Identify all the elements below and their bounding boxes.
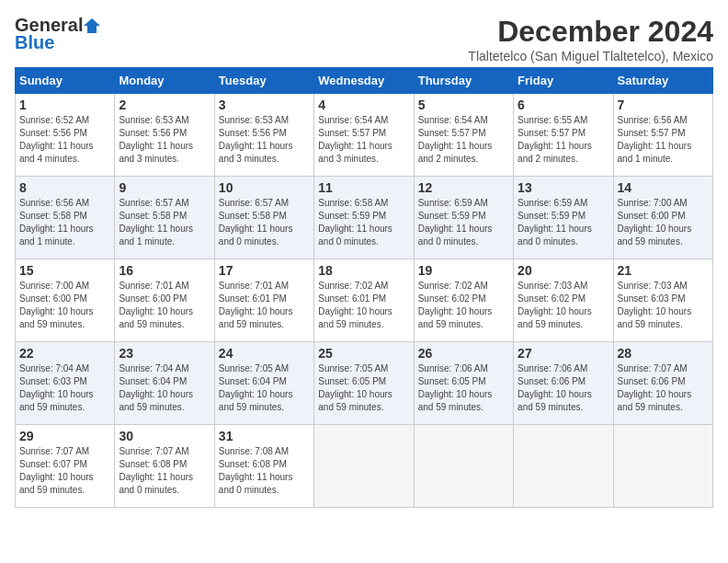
day-info: Sunrise: 7:02 AMSunset: 6:02 PMDaylight:… [418,280,509,331]
day-cell: 17Sunrise: 7:01 AMSunset: 6:01 PMDayligh… [214,259,313,342]
logo-bird-icon [84,17,100,33]
month-title: December 2024 [468,15,713,49]
calendar: Sunday Monday Tuesday Wednesday Thursday… [15,67,713,508]
day-number: 15 [19,263,110,278]
day-number: 7 [618,98,709,112]
day-cell [613,425,712,508]
day-cell [314,425,414,508]
day-number: 28 [618,346,709,361]
day-number: 6 [518,98,609,112]
day-number: 20 [518,263,609,278]
day-info: Sunrise: 7:05 AMSunset: 6:04 PMDaylight:… [219,362,310,414]
day-number: 1 [19,98,110,112]
day-info: Sunrise: 6:57 AMSunset: 5:58 PMDaylight:… [219,197,310,248]
day-cell: 23Sunrise: 7:04 AMSunset: 6:04 PMDayligh… [115,342,214,425]
day-cell: 3Sunrise: 6:53 AMSunset: 5:56 PMDaylight… [214,94,313,177]
day-cell: 4Sunrise: 6:54 AMSunset: 5:57 PMDaylight… [314,94,414,177]
day-number: 8 [19,180,110,195]
day-info: Sunrise: 7:00 AMSunset: 6:00 PMDaylight:… [618,197,709,248]
day-number: 14 [618,180,709,195]
day-number: 25 [318,346,409,361]
header-tuesday: Tuesday [214,68,313,94]
day-number: 31 [219,429,310,443]
day-info: Sunrise: 7:05 AMSunset: 6:05 PMDaylight:… [318,362,409,414]
day-cell: 11Sunrise: 6:58 AMSunset: 5:59 PMDayligh… [314,177,414,259]
day-number: 9 [119,180,210,195]
day-cell: 9Sunrise: 6:57 AMSunset: 5:58 PMDaylight… [115,177,214,259]
week-row-1: 1Sunrise: 6:52 AMSunset: 5:56 PMDaylight… [16,94,713,177]
day-cell: 31Sunrise: 7:08 AMSunset: 6:08 PMDayligh… [214,425,313,508]
day-cell: 18Sunrise: 7:02 AMSunset: 6:01 PMDayligh… [314,259,414,342]
day-cell: 7Sunrise: 6:56 AMSunset: 5:57 PMDaylight… [613,94,712,177]
day-number: 13 [518,180,609,195]
day-number: 12 [418,180,509,195]
day-number: 5 [418,98,509,112]
day-info: Sunrise: 6:59 AMSunset: 5:59 PMDaylight:… [418,197,509,248]
day-number: 17 [219,263,310,278]
day-cell: 14Sunrise: 7:00 AMSunset: 6:00 PMDayligh… [613,177,712,259]
day-cell: 1Sunrise: 6:52 AMSunset: 5:56 PMDaylight… [16,94,115,177]
day-cell [414,425,513,508]
day-number: 2 [119,98,210,112]
day-cell: 22Sunrise: 7:04 AMSunset: 6:03 PMDayligh… [16,342,115,425]
header-monday: Monday [115,68,214,94]
calendar-header-row: Sunday Monday Tuesday Wednesday Thursday… [16,68,713,94]
day-cell: 20Sunrise: 7:03 AMSunset: 6:02 PMDayligh… [514,259,613,342]
day-cell: 10Sunrise: 6:57 AMSunset: 5:58 PMDayligh… [214,177,313,259]
day-info: Sunrise: 6:53 AMSunset: 5:56 PMDaylight:… [219,114,310,166]
week-row-5: 29Sunrise: 7:07 AMSunset: 6:07 PMDayligh… [16,425,713,508]
day-info: Sunrise: 6:55 AMSunset: 5:57 PMDaylight:… [518,114,609,166]
header-sunday: Sunday [16,68,115,94]
day-cell: 30Sunrise: 7:07 AMSunset: 6:08 PMDayligh… [115,425,214,508]
day-info: Sunrise: 7:04 AMSunset: 6:03 PMDaylight:… [19,362,110,414]
day-cell: 27Sunrise: 7:06 AMSunset: 6:06 PMDayligh… [514,342,613,425]
location-title: Tlaltetelco (San Miguel Tlaltetelco), Me… [468,49,713,63]
day-cell: 15Sunrise: 7:00 AMSunset: 6:00 PMDayligh… [16,259,115,342]
day-cell: 16Sunrise: 7:01 AMSunset: 6:00 PMDayligh… [115,259,214,342]
day-cell: 26Sunrise: 7:06 AMSunset: 6:05 PMDayligh… [414,342,513,425]
day-cell: 5Sunrise: 6:54 AMSunset: 5:57 PMDaylight… [414,94,513,177]
day-number: 26 [418,346,509,361]
header: General Blue December 2024 Tlaltetelco (… [15,15,713,63]
day-number: 16 [119,263,210,278]
day-info: Sunrise: 6:52 AMSunset: 5:56 PMDaylight:… [19,114,110,166]
day-info: Sunrise: 7:03 AMSunset: 6:03 PMDaylight:… [618,280,709,331]
logo-blue: Blue [15,32,54,53]
day-info: Sunrise: 7:03 AMSunset: 6:02 PMDaylight:… [518,280,609,331]
day-cell: 29Sunrise: 7:07 AMSunset: 6:07 PMDayligh… [16,425,115,508]
day-cell: 13Sunrise: 6:59 AMSunset: 5:59 PMDayligh… [514,177,613,259]
day-number: 10 [219,180,310,195]
logo: General Blue [15,15,100,53]
day-info: Sunrise: 6:57 AMSunset: 5:58 PMDaylight:… [119,197,210,248]
day-cell [514,425,613,508]
day-cell: 25Sunrise: 7:05 AMSunset: 6:05 PMDayligh… [314,342,414,425]
title-area: December 2024 Tlaltetelco (San Miguel Tl… [468,15,713,63]
day-cell: 8Sunrise: 6:56 AMSunset: 5:58 PMDaylight… [16,177,115,259]
svg-marker-0 [84,18,100,33]
day-number: 23 [119,346,210,361]
day-info: Sunrise: 6:54 AMSunset: 5:57 PMDaylight:… [318,114,409,166]
day-info: Sunrise: 7:06 AMSunset: 6:05 PMDaylight:… [418,362,509,414]
day-number: 3 [219,98,310,112]
day-info: Sunrise: 6:59 AMSunset: 5:59 PMDaylight:… [518,197,609,248]
day-number: 24 [219,346,310,361]
day-cell: 2Sunrise: 6:53 AMSunset: 5:56 PMDaylight… [115,94,214,177]
week-row-2: 8Sunrise: 6:56 AMSunset: 5:58 PMDaylight… [16,177,713,259]
day-info: Sunrise: 6:56 AMSunset: 5:58 PMDaylight:… [19,197,110,248]
header-friday: Friday [514,68,613,94]
day-info: Sunrise: 7:01 AMSunset: 6:00 PMDaylight:… [119,280,210,331]
day-number: 30 [119,429,210,443]
day-info: Sunrise: 6:56 AMSunset: 5:57 PMDaylight:… [618,114,709,166]
day-info: Sunrise: 6:53 AMSunset: 5:56 PMDaylight:… [119,114,210,166]
day-info: Sunrise: 7:04 AMSunset: 6:04 PMDaylight:… [119,362,210,414]
week-row-3: 15Sunrise: 7:00 AMSunset: 6:00 PMDayligh… [16,259,713,342]
day-number: 22 [19,346,110,361]
day-number: 21 [618,263,709,278]
day-info: Sunrise: 7:07 AMSunset: 6:06 PMDaylight:… [618,362,709,414]
day-info: Sunrise: 7:01 AMSunset: 6:01 PMDaylight:… [219,280,310,331]
day-number: 19 [418,263,509,278]
day-number: 27 [518,346,609,361]
day-info: Sunrise: 7:06 AMSunset: 6:06 PMDaylight:… [518,362,609,414]
day-info: Sunrise: 6:58 AMSunset: 5:59 PMDaylight:… [318,197,409,248]
day-info: Sunrise: 7:08 AMSunset: 6:08 PMDaylight:… [219,445,310,497]
